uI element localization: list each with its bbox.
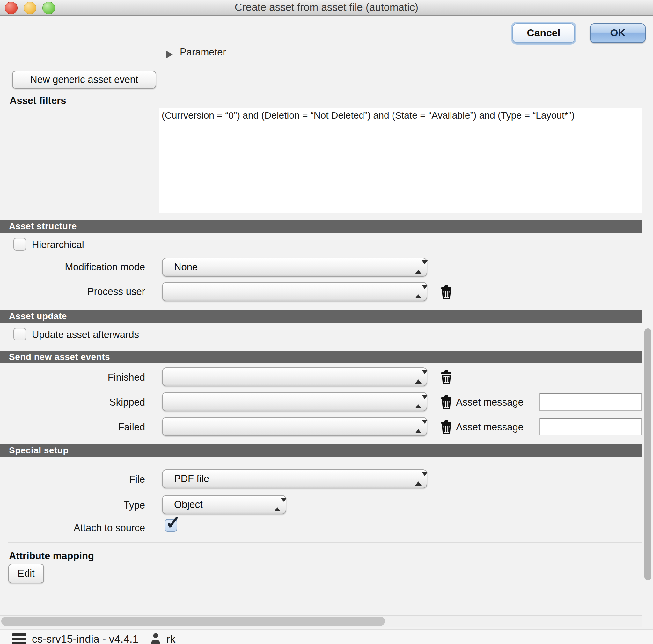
delete-finished-event-trash-icon[interactable] [439, 370, 453, 385]
section-header-send-new-asset-events: Send new asset events [0, 351, 642, 364]
parameter-disclosure[interactable]: Parameter [166, 47, 226, 60]
attach-to-source-checkbox[interactable]: ✓ [165, 519, 177, 532]
finished-label: Finished [18, 372, 145, 383]
file-value: PDF file [174, 470, 209, 488]
stepper-arrows-icon [415, 264, 421, 270]
window-title: Create asset from asset file (automatic) [0, 0, 653, 15]
server-status-text: cs-srv15-india - v4.4.1 [32, 633, 138, 644]
stepper-arrows-icon [415, 424, 421, 429]
parameter-label: Parameter [180, 47, 226, 58]
section-header-asset-update: Asset update [0, 310, 642, 323]
content-right-border [642, 48, 643, 629]
stepper-arrows-icon [415, 399, 421, 404]
ok-button[interactable]: OK [590, 23, 646, 43]
stepper-arrows-icon [415, 374, 421, 380]
checkmark-icon: ✓ [166, 513, 181, 532]
hierarchical-label: Hierarchical [32, 239, 84, 251]
skipped-asset-message-label: Asset message [456, 397, 524, 408]
skipped-asset-message-input[interactable] [539, 393, 642, 411]
process-user-label: Process user [18, 286, 145, 297]
failed-event-dropdown[interactable] [162, 417, 427, 436]
asset-filter-expression: (Currversion = “0”) and (Deletion = “Not… [159, 108, 642, 121]
attach-to-source-label: Attach to source [18, 522, 145, 534]
modification-mode-value: None [174, 258, 198, 276]
user-status-text: rk [166, 633, 175, 644]
disclosure-triangle-icon [166, 50, 173, 59]
asset-filter-expression-area[interactable]: (Currversion = “0”) and (Deletion = “Not… [159, 108, 642, 213]
user-icon [149, 632, 162, 644]
horizontal-scrollbar-track[interactable] [0, 615, 642, 627]
file-label: File [18, 474, 145, 485]
failed-label: Failed [18, 421, 145, 433]
dialog-create-asset: Create asset from asset file (automatic)… [0, 0, 653, 644]
title-bar: Create asset from asset file (automatic) [0, 0, 653, 16]
section-header-asset-structure: Asset structure [0, 220, 642, 233]
update-asset-afterwards-checkbox[interactable]: ✓ [14, 328, 26, 341]
skipped-event-dropdown[interactable] [162, 392, 427, 411]
server-icon [12, 634, 26, 644]
skipped-label: Skipped [18, 397, 145, 408]
failed-asset-message-label: Asset message [456, 421, 524, 433]
attribute-mapping-label: Attribute mapping [9, 550, 94, 562]
stepper-arrows-icon [274, 502, 281, 507]
new-generic-asset-event-button[interactable]: New generic asset event [12, 71, 156, 89]
asset-filters-label: Asset filters [9, 95, 66, 106]
section-header-special-setup: Special setup [0, 444, 642, 457]
failed-asset-message-input[interactable] [539, 418, 642, 436]
type-label: Type [18, 500, 145, 511]
delete-process-user-trash-icon[interactable] [439, 285, 453, 299]
file-dropdown[interactable]: PDF file [162, 469, 427, 489]
finished-event-dropdown[interactable] [162, 367, 427, 387]
delete-failed-event-trash-icon[interactable] [439, 420, 453, 434]
stepper-arrows-icon [415, 289, 421, 295]
stepper-arrows-icon [415, 476, 421, 482]
modification-mode-dropdown[interactable]: None [162, 257, 427, 277]
type-dropdown[interactable]: Object [162, 495, 286, 514]
process-user-dropdown[interactable] [162, 282, 427, 301]
cancel-button[interactable]: Cancel [512, 23, 575, 43]
status-bar: cs-srv15-india - v4.4.1 rk [0, 629, 653, 644]
update-asset-afterwards-label: Update asset afterwards [32, 329, 139, 341]
horizontal-scrollbar-thumb[interactable] [1, 617, 385, 626]
hierarchical-checkbox[interactable]: ✓ [14, 238, 26, 251]
section-divider [8, 542, 642, 543]
delete-skipped-event-trash-icon[interactable] [439, 395, 453, 410]
attribute-mapping-edit-button[interactable]: Edit [8, 564, 44, 584]
vertical-scrollbar-thumb[interactable] [645, 328, 651, 580]
type-value: Object [174, 496, 203, 514]
modification-mode-label: Modification mode [18, 262, 145, 273]
